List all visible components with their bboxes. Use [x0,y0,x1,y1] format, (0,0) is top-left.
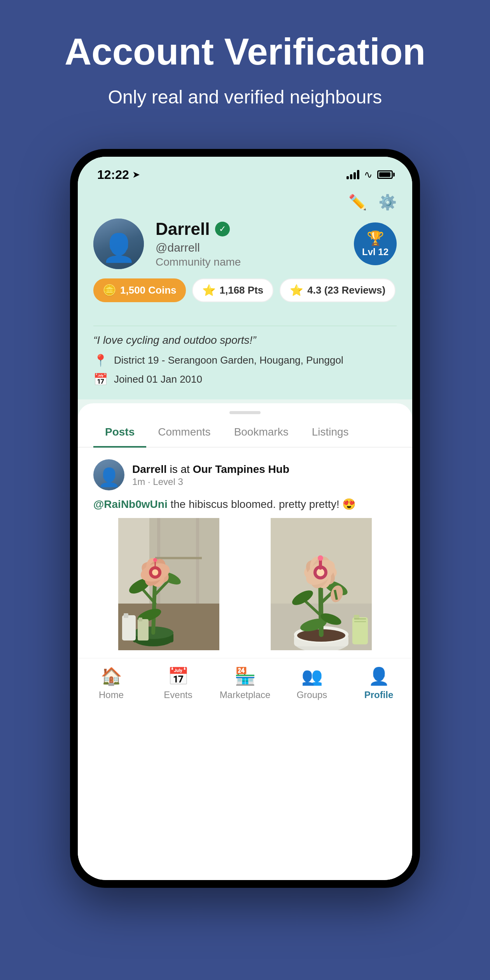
status-bar: 12:22 ➤ ∿ [78,157,412,186]
avatar-person-icon: 👤 [102,232,136,264]
svg-rect-25 [122,615,136,640]
image-right [246,518,397,650]
nav-profile-label: Profile [364,690,394,700]
bio-section: “I love cycling and outdoo sports!” 📍 Di… [78,314,412,399]
signal-icon [346,170,359,179]
home-icon: 🏠 [101,666,122,686]
coins-badge: 🪙 1,500 Coins [93,278,186,302]
profile-text: Darrell ✓ @darrell Community name [156,219,342,268]
reviews-badge: ⭐ 4.3 (23 Reviews) [280,278,396,302]
svg-rect-4 [196,518,199,604]
calendar-icon: 📅 [93,373,108,386]
profile-header: ✏️ ⚙️ 👤 Darrell ✓ @darrell [78,186,412,314]
tab-listings[interactable]: Listings [300,418,360,448]
nav-profile[interactable]: 👤 Profile [350,666,408,700]
bio-location-text: District 19 - Serangoon Garden, Hougang,… [114,354,343,366]
star-icon: ⭐ [290,284,303,297]
settings-icon[interactable]: ⚙️ [378,194,397,211]
phone-screen: 12:22 ➤ ∿ [78,157,412,880]
post-item: 👤 Darrell is at Our Tampines Hub 1m · [78,448,412,658]
location-arrow-icon: ➤ [132,169,140,180]
image-grid [93,518,397,650]
svg-rect-26 [124,613,128,618]
status-icons: ∿ [346,169,393,181]
level-badge: 🏆 Lvl 12 [354,222,397,265]
bio-text: “I love cycling and outdoo sports!” [93,334,397,346]
verified-badge-icon: ✓ [215,222,230,236]
tab-comments[interactable]: Comments [146,418,222,448]
post-level: Level 3 [153,476,183,487]
post-avatar-person-icon: 👤 [98,467,120,488]
tab-bookmarks[interactable]: Bookmarks [222,418,300,448]
marketplace-icon: 🏪 [234,666,256,686]
location-icon: 📍 [93,354,108,367]
post-content: @RaiNb0wUni the hibiscus bloomed. pretty… [93,497,397,512]
drag-handle [229,411,261,414]
nav-marketplace[interactable]: 🏪 Marketplace [216,666,274,700]
top-actions: ✏️ ⚙️ [93,194,397,211]
avatar: 👤 [93,219,144,269]
profile-icon: 👤 [368,666,390,686]
post-meta: Darrell is at Our Tampines Hub 1m · Leve… [132,462,397,487]
svg-rect-57 [354,621,366,622]
profile-handle: @darrell [156,241,342,254]
svg-rect-28 [138,618,142,621]
wifi-icon: ∿ [364,169,373,181]
bottom-nav: 🏠 Home 📅 Events 🏪 Marketplace 👥 Groups [78,658,412,712]
bio-location: 📍 District 19 - Serangoon Garden, Hougan… [93,354,397,367]
battery-icon [377,170,393,179]
reviews-value: 4.3 (23 Reviews) [307,284,385,296]
post-subline: 1m · Level 3 [132,476,397,487]
phone-device: 12:22 ➤ ∿ [70,149,420,888]
events-icon: 📅 [168,666,189,686]
post-time: 1m [132,476,145,487]
svg-point-24 [153,558,157,562]
post-mention[interactable]: @RaiNb0wUni [93,498,168,510]
post-author-name: Darrell [132,463,167,475]
post-text-content: the hibiscus bloomed. pretty pretty! 😍 [170,498,356,510]
bio-joined-text: Joined 01 Jan 2010 [114,373,202,385]
edit-icon[interactable]: ✏️ [348,194,367,211]
profile-info-row: 👤 Darrell ✓ @darrell Community name 🏆 L [93,219,397,269]
post-location: Our Tampines Hub [193,463,289,475]
pts-value: 1,168 Pts [220,284,264,296]
post-header: 👤 Darrell is at Our Tampines Hub 1m · [93,459,397,490]
svg-rect-5 [155,557,202,559]
pts-icon: ⭐ [202,284,216,297]
header-title: Account Verification [23,31,467,72]
level-icon: 🏆 [367,230,384,247]
nav-home[interactable]: 🏠 Home [82,666,140,700]
coins-value: 1,500 Coins [120,284,177,296]
coin-icon: 🪙 [103,284,116,297]
content-card: Posts Comments Bookmarks Listings 👤 Darr… [78,403,412,880]
svg-point-22 [152,569,158,576]
hibiscus-left-svg [93,518,244,650]
image-left [93,518,244,650]
nav-home-label: Home [99,690,124,700]
header-subtitle: Only real and verified neighbours [23,84,467,110]
nav-events[interactable]: 📅 Events [149,666,207,700]
level-text: Lvl 12 [362,247,388,257]
profile-name-row: Darrell ✓ [156,219,342,239]
hibiscus-right-svg [246,518,397,650]
phone-wrapper: 12:22 ➤ ∿ [70,133,420,980]
post-author-line: Darrell is at Our Tampines Hub [132,462,397,476]
svg-point-51 [318,555,323,561]
nav-groups[interactable]: 👥 Groups [283,666,341,700]
groups-icon: 👥 [301,666,323,686]
svg-rect-27 [138,619,149,640]
tab-posts[interactable]: Posts [93,418,146,448]
post-avatar: 👤 [93,459,124,490]
header-section: Account Verification Only real and verif… [0,0,490,133]
pts-badge: ⭐ 1,168 Pts [192,278,274,302]
profile-name: Darrell [156,219,210,239]
status-time: 12:22 [97,168,129,182]
stats-row: 🪙 1,500 Coins ⭐ 1,168 Pts ⭐ 4.3 (23 Revi… [93,278,397,302]
nav-marketplace-label: Marketplace [220,690,271,700]
nav-groups-label: Groups [297,690,327,700]
tabs: Posts Comments Bookmarks Listings [78,418,412,448]
post-dot: · [148,476,153,487]
post-action: is at [170,463,193,475]
nav-events-label: Events [164,690,192,700]
profile-community: Community name [156,256,342,268]
